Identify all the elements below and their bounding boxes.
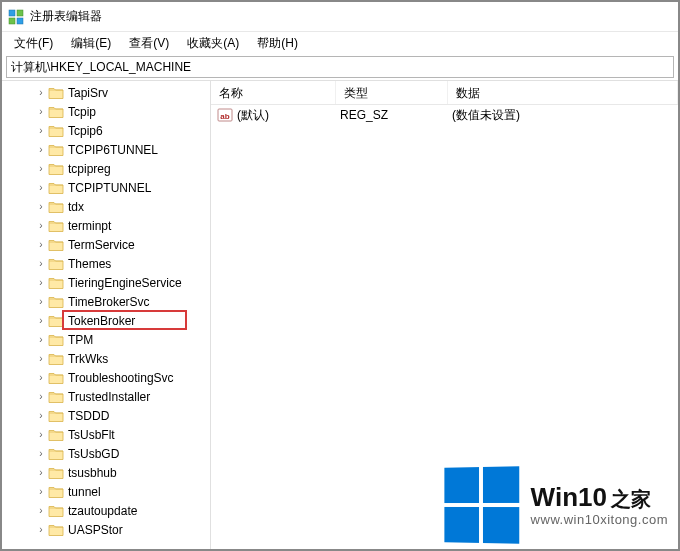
tree-item-tokenbroker[interactable]: ›TokenBroker: [2, 311, 210, 330]
string-value-icon: ab: [217, 107, 233, 123]
expand-chevron-icon[interactable]: ›: [36, 411, 46, 421]
tree-item-label: Tcpip6: [68, 124, 103, 138]
address-bar[interactable]: 计算机\HKEY_LOCAL_MACHINE: [6, 56, 674, 78]
window-title: 注册表编辑器: [30, 8, 102, 25]
expand-chevron-icon[interactable]: ›: [36, 221, 46, 231]
expand-chevron-icon[interactable]: ›: [36, 430, 46, 440]
tree-item-label: TrustedInstaller: [68, 390, 150, 404]
tree-item-label: TroubleshootingSvc: [68, 371, 174, 385]
folder-icon: [48, 409, 64, 423]
menu-file[interactable]: 文件(F): [6, 33, 61, 54]
folder-icon: [48, 276, 64, 290]
expand-chevron-icon[interactable]: ›: [36, 164, 46, 174]
expand-chevron-icon[interactable]: ›: [36, 183, 46, 193]
tree-pane[interactable]: ›TapiSrv›Tcpip›Tcpip6›TCPIP6TUNNEL›tcpip…: [2, 81, 211, 549]
expand-chevron-icon[interactable]: ›: [36, 278, 46, 288]
svg-rect-0: [9, 10, 15, 16]
col-header-type[interactable]: 类型: [336, 81, 448, 104]
expand-chevron-icon[interactable]: ›: [36, 392, 46, 402]
svg-rect-2: [9, 18, 15, 24]
tree-item-tsusbgd[interactable]: ›TsUsbGD: [2, 444, 210, 463]
regedit-icon: [8, 9, 24, 25]
folder-icon: [48, 466, 64, 480]
tree-item-label: TCPIPTUNNEL: [68, 181, 151, 195]
expand-chevron-icon[interactable]: ›: [36, 88, 46, 98]
content-area: ›TapiSrv›Tcpip›Tcpip6›TCPIP6TUNNEL›tcpip…: [2, 80, 678, 549]
expand-chevron-icon[interactable]: ›: [36, 487, 46, 497]
tree-item-label: terminpt: [68, 219, 111, 233]
tree-item-tieringengineservice[interactable]: ›TieringEngineService: [2, 273, 210, 292]
menu-favorites[interactable]: 收藏夹(A): [179, 33, 247, 54]
tree-item-tcpip6tunnel[interactable]: ›TCPIP6TUNNEL: [2, 140, 210, 159]
tree-item-tsusbhub[interactable]: ›tsusbhub: [2, 463, 210, 482]
tree-item-label: TrkWks: [68, 352, 108, 366]
expand-chevron-icon[interactable]: ›: [36, 316, 46, 326]
value-data: (数值未设置): [452, 107, 678, 124]
tree-item-label: TPM: [68, 333, 93, 347]
tree-item-label: tsusbhub: [68, 466, 117, 480]
expand-chevron-icon[interactable]: ›: [36, 126, 46, 136]
expand-chevron-icon[interactable]: ›: [36, 259, 46, 269]
expand-chevron-icon[interactable]: ›: [36, 297, 46, 307]
tree-item-themes[interactable]: ›Themes: [2, 254, 210, 273]
expand-chevron-icon[interactable]: ›: [36, 335, 46, 345]
menu-help[interactable]: 帮助(H): [249, 33, 306, 54]
expand-chevron-icon[interactable]: ›: [36, 240, 46, 250]
tree-item-tapisrv[interactable]: ›TapiSrv: [2, 83, 210, 102]
expand-chevron-icon[interactable]: ›: [36, 468, 46, 478]
folder-icon: [48, 314, 64, 328]
value-type: REG_SZ: [340, 108, 452, 122]
tree-item-label: tdx: [68, 200, 84, 214]
tree-item-tpm[interactable]: ›TPM: [2, 330, 210, 349]
menubar: 文件(F) 编辑(E) 查看(V) 收藏夹(A) 帮助(H): [2, 32, 678, 54]
tree-item-tcpipreg[interactable]: ›tcpipreg: [2, 159, 210, 178]
tree-item-terminpt[interactable]: ›terminpt: [2, 216, 210, 235]
expand-chevron-icon[interactable]: ›: [36, 107, 46, 117]
svg-rect-1: [17, 10, 23, 16]
tree-item-label: TCPIP6TUNNEL: [68, 143, 158, 157]
folder-icon: [48, 86, 64, 100]
folder-icon: [48, 238, 64, 252]
menu-edit[interactable]: 编辑(E): [63, 33, 119, 54]
value-name: (默认): [237, 107, 340, 124]
tree-item-label: tcpipreg: [68, 162, 111, 176]
tree-item-tcpip[interactable]: ›Tcpip: [2, 102, 210, 121]
tree-item-tzautoupdate[interactable]: ›tzautoupdate: [2, 501, 210, 520]
tree-item-termservice[interactable]: ›TermService: [2, 235, 210, 254]
tree-item-timebrokersvc[interactable]: ›TimeBrokerSvc: [2, 292, 210, 311]
expand-chevron-icon[interactable]: ›: [36, 449, 46, 459]
folder-icon: [48, 105, 64, 119]
folder-icon: [48, 447, 64, 461]
menu-view[interactable]: 查看(V): [121, 33, 177, 54]
tree-item-trkwks[interactable]: ›TrkWks: [2, 349, 210, 368]
expand-chevron-icon[interactable]: ›: [36, 525, 46, 535]
values-pane[interactable]: 名称 类型 数据 ab(默认)REG_SZ(数值未设置): [211, 81, 678, 549]
tree-item-tunnel[interactable]: ›tunnel: [2, 482, 210, 501]
expand-chevron-icon[interactable]: ›: [36, 354, 46, 364]
svg-text:ab: ab: [220, 112, 229, 121]
tree-item-label: TapiSrv: [68, 86, 108, 100]
tree-item-trustedinstaller[interactable]: ›TrustedInstaller: [2, 387, 210, 406]
tree-item-label: TimeBrokerSvc: [68, 295, 150, 309]
col-header-data[interactable]: 数据: [448, 81, 678, 104]
tree-item-troubleshootingsvc[interactable]: ›TroubleshootingSvc: [2, 368, 210, 387]
tree-item-tsusbflt[interactable]: ›TsUsbFlt: [2, 425, 210, 444]
col-header-name[interactable]: 名称: [211, 81, 336, 104]
tree-item-label: TSDDD: [68, 409, 109, 423]
folder-icon: [48, 257, 64, 271]
tree-item-label: tunnel: [68, 485, 101, 499]
expand-chevron-icon[interactable]: ›: [36, 373, 46, 383]
tree-item-tdx[interactable]: ›tdx: [2, 197, 210, 216]
folder-icon: [48, 485, 64, 499]
expand-chevron-icon[interactable]: ›: [36, 202, 46, 212]
values-header: 名称 类型 数据: [211, 81, 678, 105]
expand-chevron-icon[interactable]: ›: [36, 506, 46, 516]
folder-icon: [48, 181, 64, 195]
tree-item-tsddd[interactable]: ›TSDDD: [2, 406, 210, 425]
tree-item-tcpiptunnel[interactable]: ›TCPIPTUNNEL: [2, 178, 210, 197]
value-row[interactable]: ab(默认)REG_SZ(数值未设置): [211, 105, 678, 125]
tree-item-tcpip6[interactable]: ›Tcpip6: [2, 121, 210, 140]
tree-item-label: Tcpip: [68, 105, 96, 119]
tree-item-uaspstor[interactable]: ›UASPStor: [2, 520, 210, 539]
expand-chevron-icon[interactable]: ›: [36, 145, 46, 155]
